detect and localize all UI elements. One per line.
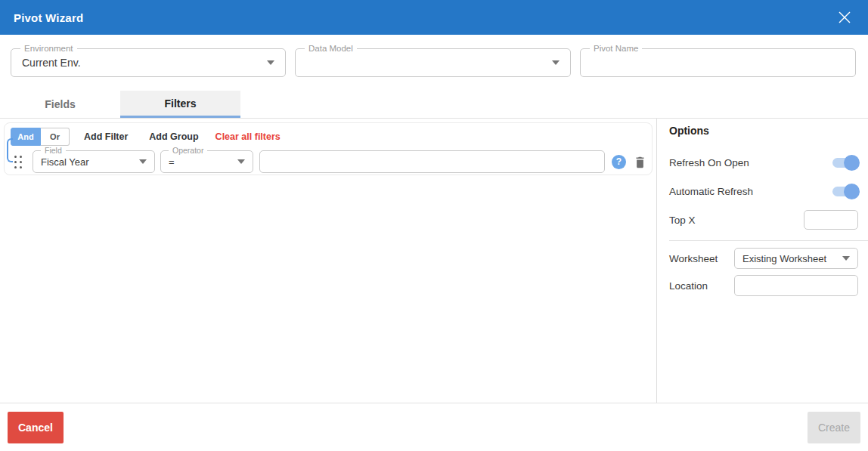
chevron-down-icon [842,256,850,261]
or-button[interactable]: Or [41,128,70,146]
add-filter-button[interactable]: Add Filter [84,131,128,142]
top-x-row: Top X [669,209,858,230]
environment-select[interactable]: Environment Current Env. [11,48,286,77]
options-divider [669,240,868,241]
options-heading: Options [669,123,858,138]
pivot-wizard-dialog: Pivot Wizard Environment Current Env. Da… [0,0,868,451]
chevron-down-icon [267,60,274,65]
chevron-down-icon [237,159,245,164]
environment-value: Current Env. [22,57,81,69]
filter-row: Field Fiscal Year Operator = ? [5,146,652,173]
refresh-on-open-row: Refresh On Open [669,152,858,173]
tab-filters[interactable]: Filters [120,91,240,118]
close-button[interactable] [835,8,854,27]
delete-filter-button[interactable] [634,156,646,168]
pivot-name-input[interactable] [591,57,845,69]
filters-panel: And Or Add Filter Add Group Clear all fi… [0,119,657,403]
data-model-label: Data Model [305,44,357,53]
location-input[interactable] [734,275,858,296]
field-select[interactable]: Field Fiscal Year [33,150,155,173]
trash-icon [634,156,646,168]
footer: Cancel Create [0,403,868,451]
clear-all-filters-button[interactable]: Clear all filters [215,131,281,142]
location-row: Location [669,275,858,296]
create-button[interactable]: Create [808,412,860,443]
field-value: Fiscal Year [41,156,89,168]
location-label: Location [669,280,708,292]
operator-value: = [169,156,175,168]
automatic-refresh-row: Automatic Refresh [669,181,858,202]
tab-fields[interactable]: Fields [0,91,120,118]
toggle-knob [844,184,860,199]
field-label: Field [41,146,66,155]
worksheet-label: Worksheet [669,253,718,264]
cancel-button[interactable]: Cancel [8,412,64,443]
worksheet-row: Worksheet Existing Worksheet [669,248,858,269]
top-x-label: Top X [669,215,696,226]
automatic-refresh-label: Automatic Refresh [669,186,753,197]
chevron-down-icon [139,159,147,164]
tab-bar: Fields Filters [0,91,868,119]
dialog-title: Pivot Wizard [14,11,83,24]
pivot-name-field[interactable]: Pivot Name [580,48,856,77]
automatic-refresh-toggle[interactable] [832,187,858,196]
conjunction-toggle: And Or [11,128,70,146]
filter-group: And Or Add Filter Add Group Clear all fi… [4,122,653,175]
close-icon [838,11,851,24]
worksheet-value: Existing Worksheet [742,253,826,264]
and-button[interactable]: And [11,128,41,146]
top-form-row: Environment Current Env. Data Model Pivo… [11,48,856,77]
refresh-on-open-toggle[interactable] [832,158,858,168]
filter-value-input[interactable] [259,150,605,173]
data-model-select[interactable]: Data Model [295,48,571,77]
top-x-input[interactable] [804,210,858,230]
refresh-on-open-label: Refresh On Open [669,157,749,168]
help-icon[interactable]: ? [612,155,626,169]
options-panel: Options Refresh On Open Automatic Refres… [657,119,868,403]
titlebar: Pivot Wizard [0,0,868,35]
environment-label: Environment [20,44,77,53]
add-group-button[interactable]: Add Group [149,131,198,142]
content-area: And Or Add Filter Add Group Clear all fi… [0,119,868,403]
group-bracket [7,138,13,162]
filter-group-header: And Or Add Filter Add Group Clear all fi… [5,123,652,146]
operator-select[interactable]: Operator = [160,150,253,173]
drag-handle-icon[interactable] [14,156,22,168]
toggle-knob [844,155,860,171]
chevron-down-icon [552,60,560,65]
pivot-name-label: Pivot Name [590,44,642,53]
worksheet-select[interactable]: Existing Worksheet [734,248,858,269]
operator-label: Operator [169,146,207,155]
